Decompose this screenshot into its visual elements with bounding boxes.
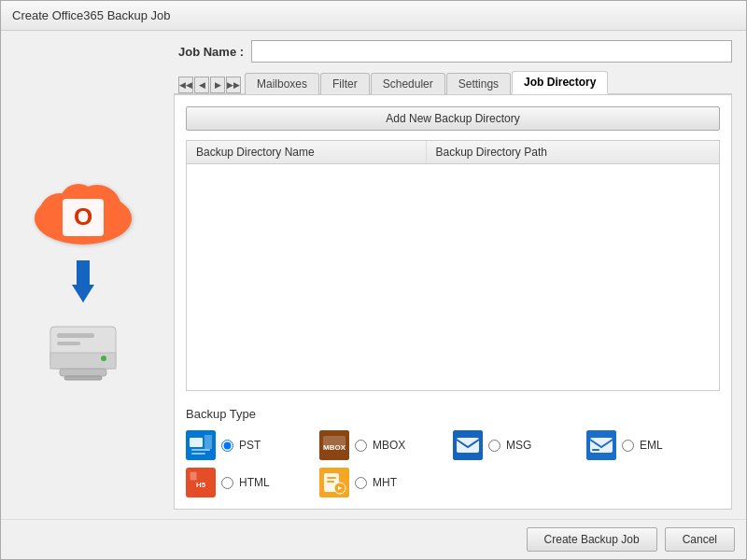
eml-icon — [586, 430, 616, 460]
svg-rect-12 — [57, 342, 80, 345]
msg-label[interactable]: MSG — [506, 439, 531, 452]
svg-marker-8 — [72, 285, 94, 302]
svg-rect-30 — [190, 472, 197, 481]
html-label[interactable]: HTML — [239, 476, 270, 489]
drive-icon — [46, 317, 120, 383]
backup-type-mht: MHT — [319, 468, 453, 497]
backup-type-pst: PST — [186, 430, 319, 460]
eml-label[interactable]: EML — [640, 439, 663, 452]
mht-icon — [319, 468, 349, 497]
cloud-icon: O — [27, 167, 139, 251]
msg-icon — [453, 430, 483, 460]
svg-rect-17 — [190, 438, 203, 447]
mbox-radio[interactable] — [355, 440, 367, 452]
svg-rect-18 — [191, 449, 210, 451]
backup-type-eml: EML — [586, 430, 720, 460]
down-arrow-icon — [64, 260, 102, 308]
bottom-bar: Create Backup Job Cancel — [1, 519, 746, 559]
svg-rect-19 — [191, 453, 205, 455]
pst-radio[interactable] — [221, 440, 233, 452]
tab-mailboxes[interactable]: Mailboxes — [245, 73, 319, 94]
job-name-row: Job Name : — [174, 40, 732, 63]
svg-rect-11 — [57, 333, 94, 338]
window-title: Create Office365 Backup Job — [12, 8, 171, 22]
job-name-label: Job Name : — [178, 45, 244, 59]
backup-type-label: Backup Type — [186, 407, 720, 421]
directory-table: Backup Directory Name Backup Directory P… — [186, 140, 720, 391]
title-bar: Create Office365 Backup Job — [1, 1, 746, 31]
backup-type-section: Backup Type — [186, 407, 720, 497]
svg-rect-7 — [77, 260, 90, 288]
html-radio[interactable] — [221, 477, 233, 489]
svg-rect-24 — [457, 438, 479, 453]
eml-radio[interactable] — [622, 440, 634, 452]
svg-text:H5: H5 — [196, 481, 206, 489]
html-icon: H5 — [186, 468, 216, 497]
svg-point-15 — [101, 356, 106, 361]
tab-job-directory[interactable]: Job Directory — [512, 71, 608, 94]
msg-radio[interactable] — [488, 440, 500, 452]
svg-rect-10 — [50, 353, 116, 369]
col-header-name: Backup Directory Name — [187, 141, 427, 163]
mbox-label[interactable]: MBOX — [373, 439, 405, 452]
tab-next-button[interactable]: ▶ — [210, 77, 225, 93]
tab-bar: ◀◀ ◀ ▶ ▶▶ Mailboxes Filter Scheduler Set… — [174, 70, 732, 95]
svg-rect-34 — [327, 481, 334, 483]
mbox-icon: MBOX — [319, 430, 349, 460]
backup-type-msg: MSG — [453, 430, 586, 460]
backup-type-html: H5 HTML — [186, 468, 319, 497]
pst-icon — [186, 430, 216, 460]
tab-nav-buttons: ◀◀ ◀ ▶ ▶▶ — [178, 77, 241, 93]
tab-scheduler[interactable]: Scheduler — [371, 73, 445, 94]
tab-content-job-directory: Add New Backup Directory Backup Director… — [174, 95, 732, 510]
table-body — [187, 164, 719, 258]
tab-last-button[interactable]: ▶▶ — [226, 77, 241, 93]
svg-rect-13 — [60, 369, 106, 376]
col-header-path: Backup Directory Path — [427, 141, 720, 163]
tab-first-button[interactable]: ◀◀ — [178, 77, 193, 93]
cancel-button[interactable]: Cancel — [665, 527, 735, 552]
right-panel: Job Name : ◀◀ ◀ ▶ ▶▶ Mailboxes Filter — [164, 31, 746, 519]
table-header: Backup Directory Name Backup Directory P… — [187, 141, 719, 164]
job-name-input[interactable] — [251, 40, 732, 63]
mht-radio[interactable] — [355, 477, 367, 489]
tab-prev-button[interactable]: ◀ — [194, 77, 209, 93]
backup-type-mbox: MBOX MBOX — [319, 430, 453, 460]
content-area: O — [1, 31, 746, 519]
svg-rect-14 — [64, 376, 102, 380]
tab-filter[interactable]: Filter — [320, 73, 370, 94]
pst-label[interactable]: PST — [239, 439, 261, 452]
main-window: Create Office365 Backup Job O — [0, 0, 747, 560]
backup-type-grid: PST MBOX MB — [186, 430, 720, 497]
mht-label[interactable]: MHT — [373, 476, 397, 489]
svg-rect-22 — [323, 436, 345, 449]
svg-rect-27 — [592, 449, 599, 451]
add-backup-directory-button[interactable]: Add New Backup Directory — [186, 106, 720, 131]
tab-settings[interactable]: Settings — [446, 73, 511, 94]
create-backup-job-button[interactable]: Create Backup Job — [527, 527, 657, 552]
svg-text:O: O — [73, 203, 92, 231]
left-panel: O — [1, 31, 164, 519]
svg-rect-33 — [327, 477, 336, 479]
